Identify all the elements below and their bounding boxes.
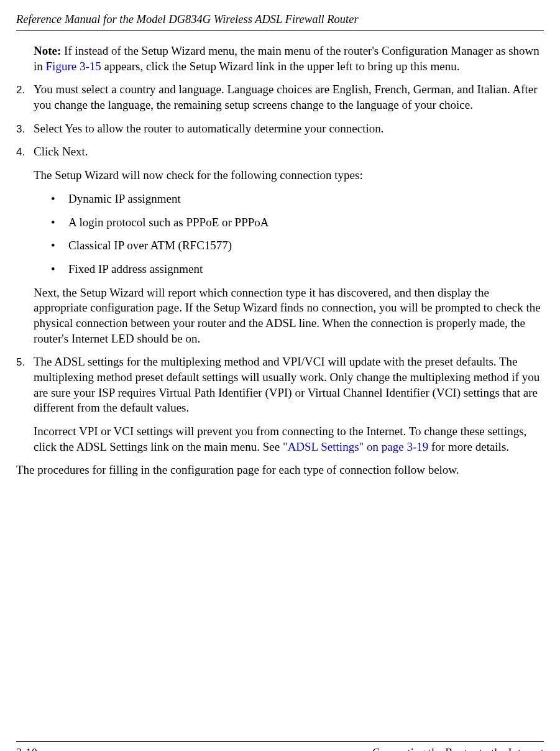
step-text: Incorrect VPI or VCI settings will preve… <box>34 424 544 454</box>
step-number: 5. <box>16 354 34 454</box>
page-number: 3-10 <box>16 745 37 751</box>
page-header: Reference Manual for the Model DG834G Wi… <box>16 12 544 31</box>
bullet-item: • Classical IP over ATM (RFC1577) <box>34 238 544 254</box>
step-text: Click Next. <box>34 144 544 160</box>
step-text: Select Yes to allow the router to automa… <box>34 121 544 137</box>
bullet-text: Fixed IP address assignment <box>68 262 203 277</box>
step-text: You must select a country and language. … <box>34 82 544 113</box>
step-text: The Setup Wizard will now check for the … <box>34 168 544 183</box>
step-5: 5. The ADSL settings for the multiplexin… <box>16 354 544 454</box>
page-content: Note: If instead of the Setup Wizard men… <box>16 44 544 486</box>
section-title: Connecting the Router to the Internet <box>372 745 544 751</box>
page-footer: 3-10 Connecting the Router to the Intern… <box>16 741 544 751</box>
step-text: The ADSL settings for the multiplexing m… <box>34 354 544 416</box>
bullet-text: A login protocol such as PPPoE or PPPoA <box>68 215 269 231</box>
step-3: 3. Select Yes to allow the router to aut… <box>16 121 544 137</box>
note-paragraph: Note: If instead of the Setup Wizard men… <box>34 44 544 74</box>
bullet-item: • Fixed IP address assignment <box>34 262 544 277</box>
bullet-item: • Dynamic IP assignment <box>34 191 544 207</box>
step-4: 4. Click Next. The Setup Wizard will now… <box>16 144 544 346</box>
note-text-after: appears, click the Setup Wizard link in … <box>101 60 460 73</box>
bullet-icon: • <box>51 238 68 254</box>
bullet-icon: • <box>51 262 68 277</box>
step-text-after: for more details. <box>428 440 509 453</box>
closing-paragraph: The procedures for filling in the config… <box>16 463 544 478</box>
bullet-icon: • <box>51 215 68 231</box>
bullet-text: Dynamic IP assignment <box>68 191 181 207</box>
adsl-settings-link[interactable]: "ADSL Settings" on page 3-19 <box>283 440 428 453</box>
step-number: 2. <box>16 82 34 113</box>
figure-link[interactable]: Figure 3-15 <box>46 60 101 73</box>
bullet-item: • A login protocol such as PPPoE or PPPo… <box>34 215 544 231</box>
bullet-text: Classical IP over ATM (RFC1577) <box>68 238 232 254</box>
step-number: 4. <box>16 144 34 346</box>
step-number: 3. <box>16 121 34 137</box>
note-label: Note: <box>34 44 61 57</box>
step-2: 2. You must select a country and languag… <box>16 82 544 113</box>
bullet-icon: • <box>51 191 68 207</box>
manual-title: Reference Manual for the Model DG834G Wi… <box>16 13 359 25</box>
step-text: Next, the Setup Wizard will report which… <box>34 285 544 347</box>
